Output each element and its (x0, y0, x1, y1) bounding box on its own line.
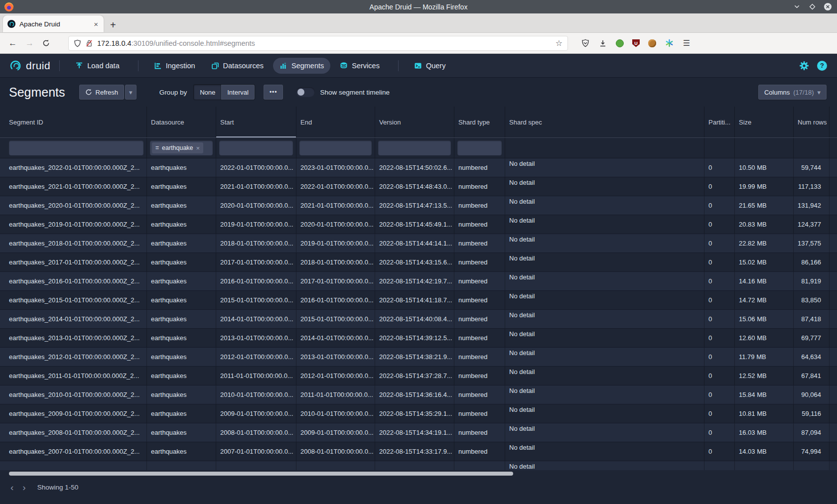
table-row[interactable]: earthquakes_2021-01-01T00:00:00.000Z_2..… (0, 177, 837, 196)
next-page-button[interactable]: › (18, 482, 30, 493)
back-icon[interactable]: ← (8, 38, 17, 48)
cell-filler (830, 196, 837, 215)
hamburger-menu-icon[interactable]: ☰ (682, 39, 691, 48)
ublock-origin-icon[interactable]: U (632, 39, 640, 47)
cell-end: 2013-01-01T00:00:00.0... (296, 348, 375, 366)
table-row[interactable]: earthquakes_2017-01-01T00:00:00.000Z_2..… (0, 253, 837, 272)
columns-label: Columns (764, 89, 790, 96)
cell-size (735, 461, 794, 470)
forward-icon[interactable]: → (25, 38, 34, 48)
nav-query[interactable]: Query (408, 58, 452, 74)
refresh-interval-dropdown[interactable]: ▾ (125, 85, 137, 100)
table-row[interactable]: earthquakes_2011-01-01T00:00:00.000Z_2..… (0, 367, 837, 385)
url-bar[interactable]: 172.18.0.4:30109/unified-console.html#se… (68, 36, 568, 51)
header-size[interactable]: Size (735, 107, 794, 137)
header-num-rows[interactable]: Num rows (794, 107, 830, 137)
downloads-icon[interactable] (598, 39, 607, 48)
more-options-button[interactable]: ••• (264, 85, 283, 100)
remove-filter-icon[interactable]: × (196, 144, 200, 152)
window-title: Apache Druid — Mozilla Firefox (0, 3, 837, 11)
cell-filler (830, 461, 837, 470)
pinwheel-extension-icon[interactable] (665, 39, 674, 48)
cell-datasource: earthquakes (147, 404, 216, 423)
cell-size: 15.02 MB (735, 253, 794, 271)
table-row[interactable]: earthquakes_2013-01-01T00:00:00.000Z_2..… (0, 329, 837, 348)
reload-icon[interactable] (42, 39, 50, 47)
filter-version-input[interactable] (378, 140, 451, 155)
tab-bar: Apache Druid × + (0, 13, 837, 33)
table-row[interactable]: earthquakes_2018-01-01T00:00:00.000Z_2..… (0, 234, 837, 253)
cell-version: 2022-08-15T14:38:21.9... (375, 348, 454, 366)
cell-num-rows: 81,919 (794, 272, 830, 290)
table-row[interactable]: earthquakes_2012-01-01T00:00:00.000Z_2..… (0, 348, 837, 367)
table-row[interactable]: earthquakes_2016-01-01T00:00:00.000Z_2..… (0, 272, 837, 291)
tab-apache-druid[interactable]: Apache Druid × (3, 15, 104, 32)
nav-datasources[interactable]: Datasources (205, 58, 270, 74)
shield-icon[interactable] (74, 39, 81, 47)
cell-end: 2011-01-01T00:00:00.0... (296, 385, 375, 404)
horizontal-scrollbar[interactable] (0, 470, 837, 477)
druid-logo[interactable]: druid (9, 59, 50, 72)
nav-load-data[interactable]: Load data (69, 58, 126, 74)
cookie-extension-icon[interactable] (648, 39, 656, 47)
table-row[interactable]: earthquakes_2010-01-01T00:00:00.000Z_2..… (0, 385, 837, 404)
filter-start-input[interactable] (219, 140, 293, 155)
header-segment-id[interactable]: Segment ID (0, 107, 147, 137)
pocket-shield-icon[interactable] (581, 39, 590, 48)
header-start[interactable]: Start (216, 107, 296, 137)
cell-partition: 0 (704, 291, 735, 309)
table-row[interactable]: earthquakes_2008-01-01T00:00:00.000Z_2..… (0, 423, 837, 442)
bookmark-star-icon[interactable]: ☆ (556, 38, 562, 48)
filter-end-input[interactable] (299, 140, 372, 155)
cell-datasource: earthquakes (147, 310, 216, 328)
table-row[interactable]: No detail (0, 461, 837, 470)
header-partition[interactable]: Partiti... (704, 107, 735, 137)
nav-ingestion[interactable]: Ingestion (147, 58, 202, 74)
table-row[interactable]: earthquakes_2014-01-01T00:00:00.000Z_2..… (0, 310, 837, 329)
header-shard-type[interactable]: Shard type (454, 107, 505, 137)
cell-shard-type: numbered (454, 442, 505, 461)
segment-timeline-toggle[interactable] (296, 87, 315, 97)
header-shard-spec[interactable]: Shard spec (505, 107, 704, 137)
group-by-none-button[interactable]: None (194, 85, 221, 100)
refresh-button[interactable]: Refresh (79, 85, 125, 100)
table-row[interactable]: earthquakes_2022-01-01T00:00:00.000Z_2..… (0, 158, 837, 177)
cell-version (375, 461, 454, 470)
nav-segments[interactable]: Segments (273, 58, 330, 74)
settings-gear-icon[interactable] (799, 61, 809, 71)
extension-green-icon[interactable] (616, 39, 624, 47)
toggle-knob (297, 89, 304, 96)
insecure-lock-icon[interactable] (86, 39, 93, 47)
prev-page-button[interactable]: ‹ (6, 482, 18, 493)
table-row[interactable]: earthquakes_2009-01-01T00:00:00.000Z_2..… (0, 404, 837, 423)
group-by-interval-button[interactable]: Interval (221, 85, 255, 100)
table-row[interactable]: earthquakes_2019-01-01T00:00:00.000Z_2..… (0, 215, 837, 234)
header-datasource[interactable]: Datasource (147, 107, 216, 137)
cell-partition: 0 (704, 177, 735, 196)
tab-close-icon[interactable]: × (93, 20, 99, 28)
new-tab-button[interactable]: + (110, 20, 116, 30)
help-icon[interactable]: ? (817, 61, 827, 71)
datasource-filter-tag[interactable]: = earthquake × (152, 142, 203, 153)
scrollbar-thumb[interactable] (9, 472, 513, 476)
table-row[interactable]: earthquakes_2015-01-01T00:00:00.000Z_2..… (0, 291, 837, 310)
cell-datasource: earthquakes (147, 196, 216, 215)
table-row[interactable]: earthquakes_2020-01-01T00:00:00.000Z_2..… (0, 196, 837, 215)
header-end[interactable]: End (296, 107, 375, 137)
maximize-icon[interactable] (808, 2, 817, 11)
cell-end: 2008-01-01T00:00:00.0... (296, 442, 375, 461)
columns-button[interactable]: Columns (17/18) ▾ (758, 85, 827, 100)
nav-services[interactable]: Services (333, 58, 386, 74)
table-row[interactable]: earthquakes_2007-01-01T00:00:00.000Z_2..… (0, 442, 837, 461)
cell-filler (830, 177, 837, 196)
filter-segment-id-input[interactable] (9, 140, 143, 155)
filter-shard-type-input[interactable] (457, 140, 502, 155)
cell-size: 11.79 MB (735, 348, 794, 366)
header-version[interactable]: Version (375, 107, 454, 137)
cell-size: 10.81 MB (735, 404, 794, 423)
cell-end: 2019-01-01T00:00:00.0... (296, 234, 375, 252)
close-window-icon[interactable] (823, 2, 832, 11)
cell-shard-spec: No detail (505, 272, 704, 290)
filter-datasource-input[interactable]: = earthquake × (150, 140, 213, 155)
minimize-icon[interactable] (792, 2, 801, 11)
